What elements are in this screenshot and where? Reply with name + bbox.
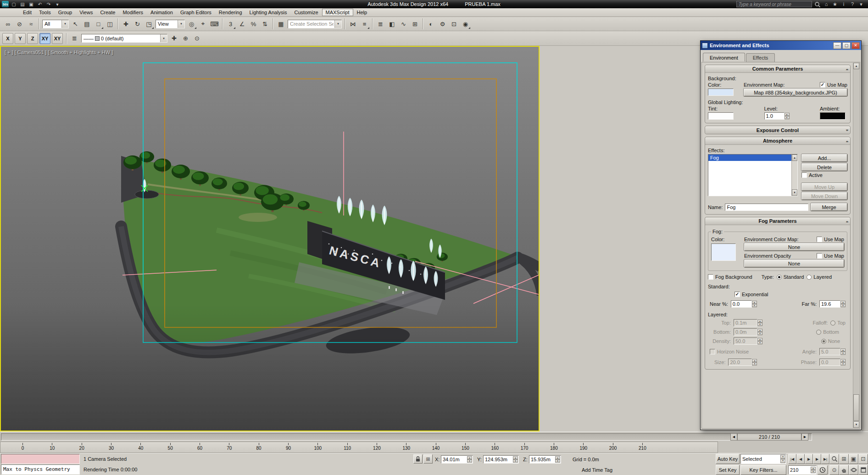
- use-pivot-center-icon[interactable]: ◎: [186, 18, 197, 30]
- x-spinner[interactable]: ▴▾: [467, 456, 472, 463]
- curve-editor-icon[interactable]: ∿: [398, 18, 409, 30]
- x-coord-field[interactable]: 34.01m ▴▾: [441, 455, 473, 464]
- keyboard-override-icon[interactable]: ⌨: [209, 18, 220, 30]
- rollout-header-fog-parameters[interactable]: Fog Parameters ▴▴: [705, 217, 850, 225]
- menu-rendering[interactable]: Rendering: [215, 9, 246, 16]
- fog-color-swatch[interactable]: [711, 243, 736, 261]
- favorites-icon[interactable]: ★: [832, 1, 838, 7]
- select-and-manipulate-icon[interactable]: ⌖: [197, 18, 209, 30]
- add-time-tag[interactable]: Add Time Tag: [582, 467, 612, 473]
- graphite-ribbon-icon[interactable]: ◧: [386, 18, 398, 30]
- reference-coordinate-dropdown[interactable]: View ▾: [156, 20, 185, 28]
- horizon-noise-checkbox[interactable]: Horizon Noise: [710, 349, 749, 354]
- viewport-label[interactable]: [ + ] [ Camera051 ] [ Smooth + Highlight…: [5, 50, 113, 55]
- falloff-bottom-radio[interactable]: Bottom: [816, 329, 839, 335]
- add-effect-button[interactable]: Add...: [801, 154, 847, 162]
- far-field[interactable]: 19.6: [819, 300, 840, 308]
- material-editor-icon[interactable]: ◐: [425, 18, 437, 30]
- falloff-top-radio[interactable]: Top: [830, 320, 846, 326]
- search-input[interactable]: [736, 1, 812, 7]
- use-map-checkbox[interactable]: ✓ Use Map: [820, 82, 847, 88]
- y-coord-field[interactable]: 124.953m ▴▾: [483, 455, 519, 464]
- exponential-checkbox[interactable]: ✓ Exponential: [734, 292, 768, 297]
- chevron-down-icon[interactable]: ▾: [178, 20, 184, 28]
- command-panel-scrollbar[interactable]: [862, 46, 868, 431]
- maximize-viewport-icon[interactable]: [858, 465, 868, 475]
- background-color-swatch[interactable]: [708, 88, 734, 96]
- create-new-layer-icon[interactable]: ✚: [168, 33, 180, 44]
- menu-graph-editors[interactable]: Graph Editors: [177, 9, 215, 16]
- axis-y-button[interactable]: Y: [15, 33, 26, 44]
- size-field[interactable]: 20.0: [728, 359, 752, 366]
- bottom-spinner[interactable]: ▴▾: [757, 329, 762, 335]
- zoom-extents-icon[interactable]: ▣: [849, 454, 858, 464]
- menu-lighting-analysis[interactable]: Lighting Analysis: [246, 9, 291, 16]
- app-logo-icon[interactable]: 3ds: [2, 1, 9, 7]
- menu-animation[interactable]: Animation: [147, 9, 177, 16]
- effects-list[interactable]: Fog ▲ ▼: [708, 154, 798, 196]
- fog-background-checkbox[interactable]: Fog Background: [708, 274, 752, 280]
- env-opacity-map-button[interactable]: None: [744, 260, 844, 267]
- rendered-frame-window-icon[interactable]: ⊡: [448, 18, 460, 30]
- bottom-field[interactable]: 0.0m: [734, 328, 757, 336]
- manage-layers-icon[interactable]: ≣: [375, 18, 386, 30]
- tab-environment[interactable]: Environment: [703, 53, 745, 61]
- redo-icon[interactable]: ↷: [45, 1, 52, 8]
- pan-icon[interactable]: [839, 465, 849, 475]
- unlink-selection-icon[interactable]: ⊘: [14, 18, 25, 30]
- align-icon[interactable]: ≡: [359, 18, 370, 30]
- effects-list-item-fog[interactable]: Fog: [708, 155, 797, 161]
- level-spinner[interactable]: ▴▾: [785, 113, 790, 119]
- orbit-icon[interactable]: [849, 465, 858, 475]
- environment-map-button[interactable]: Map #88 (354sky_backgroundx.JPG): [744, 88, 847, 96]
- ambient-swatch[interactable]: [820, 112, 846, 120]
- spinner-snap-icon[interactable]: ⇅: [259, 18, 271, 30]
- tint-swatch[interactable]: [708, 112, 734, 120]
- fog-color-use-map-checkbox[interactable]: Use Map: [817, 237, 844, 242]
- menu-customize[interactable]: Customize: [291, 9, 322, 16]
- axis-z-button[interactable]: Z: [27, 33, 38, 44]
- delete-effect-button[interactable]: Delete: [801, 163, 847, 171]
- bind-to-space-warp-icon[interactable]: ≈: [25, 18, 37, 30]
- select-objects-in-layer-icon[interactable]: ⊙: [191, 33, 203, 44]
- select-and-rotate-icon[interactable]: ↻: [132, 18, 143, 30]
- layer-dropdown[interactable]: — — 0 (default) ▾: [81, 34, 167, 43]
- angle-field[interactable]: 5.0: [819, 348, 840, 355]
- axis-xy-flyout-button[interactable]: XY: [52, 33, 63, 44]
- fog-opacity-use-map-checkbox[interactable]: Use Map: [817, 253, 844, 259]
- select-object-icon[interactable]: ↖: [70, 18, 81, 30]
- chevron-down-icon[interactable]: ▾: [160, 34, 167, 42]
- next-frame-icon[interactable]: ▶: [813, 454, 821, 464]
- qat-dropdown-icon[interactable]: ▾: [54, 1, 61, 8]
- rollout-header-common-parameters[interactable]: Common Parameters ▴▴: [705, 65, 850, 73]
- menu-tools[interactable]: Tools: [35, 9, 55, 16]
- info-center-icon[interactable]: i: [840, 1, 847, 7]
- home-icon[interactable]: ⌂: [823, 1, 829, 7]
- selection-filter-dropdown[interactable]: All ▾: [42, 20, 69, 28]
- render-setup-icon[interactable]: ⚙: [437, 18, 448, 30]
- rollout-header-exposure-control[interactable]: Exposure Control ▾▾: [705, 126, 850, 134]
- new-file-icon[interactable]: ▢: [10, 1, 17, 8]
- percent-snap-icon[interactable]: %: [248, 18, 259, 30]
- maximize-icon[interactable]: ▢: [842, 42, 851, 49]
- snap-toggle-icon[interactable]: 3: [225, 18, 236, 30]
- field-of-view-icon[interactable]: ⊙: [829, 465, 839, 475]
- key-filters-button[interactable]: Key Filters...: [740, 465, 786, 475]
- undo-icon[interactable]: ↶: [36, 1, 44, 8]
- selection-set-dropdown[interactable]: Selected ▴▾: [740, 454, 786, 464]
- chevron-down-icon[interactable]: ▴▾: [780, 455, 785, 463]
- layer-manager-icon[interactable]: ≣: [69, 33, 80, 44]
- schematic-view-icon[interactable]: ⊞: [409, 18, 421, 30]
- menu-modifiers[interactable]: Modifiers: [119, 9, 147, 16]
- next-key-icon[interactable]: ▶: [801, 433, 808, 441]
- type-standard-radio[interactable]: Standard: [777, 274, 804, 280]
- zoom-extents-all-icon[interactable]: ⊡: [858, 454, 868, 464]
- menu-group[interactable]: Group: [55, 9, 76, 16]
- minimize-icon[interactable]: —: [833, 42, 841, 49]
- zoom-icon[interactable]: [829, 454, 839, 464]
- z-spinner[interactable]: ▴▾: [555, 456, 560, 463]
- density-spinner[interactable]: ▴▾: [757, 338, 762, 344]
- chevron-down-icon[interactable]: ▾: [334, 20, 341, 28]
- merge-button[interactable]: Merge: [811, 203, 847, 211]
- near-spinner[interactable]: ▴▾: [752, 301, 757, 307]
